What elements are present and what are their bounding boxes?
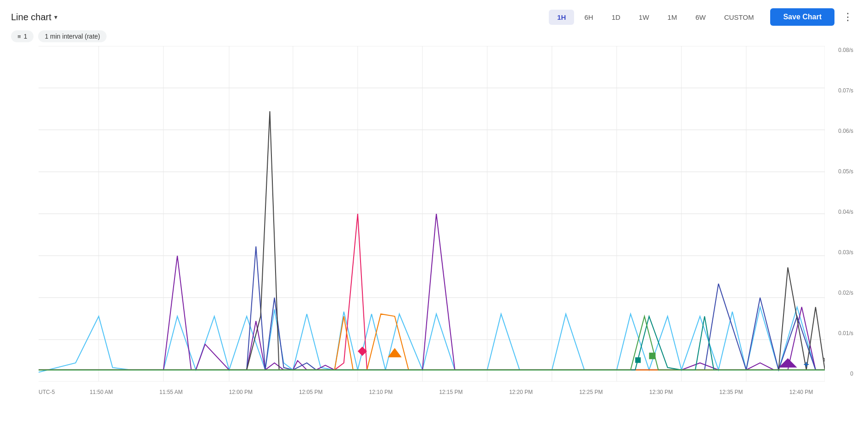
marker-x-gray: ✕ (822, 356, 825, 364)
time-btn-1m[interactable]: 1M (659, 10, 685, 25)
interval-badge[interactable]: 1 min interval (rate) (38, 30, 107, 42)
line-teal (39, 316, 825, 370)
y-label-5: 0.05/s (838, 168, 853, 175)
marker-square-teal (635, 357, 641, 363)
time-btn-6h[interactable]: 6H (576, 10, 601, 25)
x-label-1235: 12:35 PM (719, 389, 743, 395)
x-label-1220: 12:20 PM (509, 389, 533, 395)
chart-type-selector[interactable]: Line chart ▾ (11, 12, 57, 23)
chart-container: 0.08/s 0.07/s 0.06/s 0.05/s 0.04/s 0.03/… (11, 46, 857, 395)
chart-type-dropdown-arrow: ▾ (54, 13, 57, 21)
y-label-6: 0.06/s (838, 128, 853, 134)
chart-area: 0.08/s 0.07/s 0.06/s 0.05/s 0.04/s 0.03/… (11, 46, 857, 395)
y-axis-labels: 0.08/s 0.07/s 0.06/s 0.05/s 0.04/s 0.03/… (829, 46, 857, 377)
x-axis-labels: UTC-5 11:50 AM 11:55 AM 12:00 PM 12:05 P… (39, 382, 825, 395)
filter-icon: ≡ (17, 33, 21, 40)
y-label-0: 0 (850, 371, 853, 377)
time-btn-custom[interactable]: CUSTOM (716, 10, 762, 25)
save-chart-button[interactable]: Save Chart (770, 8, 834, 26)
y-label-3: 0.03/s (838, 249, 853, 256)
x-label-1215: 12:15 PM (439, 389, 462, 395)
time-btn-1d[interactable]: 1D (603, 10, 629, 25)
filter-count: 1 (24, 33, 28, 40)
x-label-1240: 12:40 PM (789, 389, 813, 395)
marker-plus-blue: + (804, 359, 809, 370)
time-btn-1h[interactable]: 1H (549, 10, 574, 25)
line-orange (39, 314, 825, 370)
x-label-1210: 12:10 PM (369, 389, 393, 395)
y-label-2: 0.02/s (838, 290, 853, 296)
x-label-utc: UTC-5 (39, 389, 55, 395)
y-label-7: 0.07/s (838, 87, 853, 94)
more-options-button[interactable]: ⋮ (839, 9, 857, 25)
subheader: ≡ 1 1 min interval (rate) (0, 30, 868, 46)
header: Line chart ▾ 1H 6H 1D 1W 1M 6W CUSTOM Sa… (0, 0, 868, 30)
x-label-1225: 12:25 PM (579, 389, 603, 395)
time-btn-6w[interactable]: 6W (687, 10, 714, 25)
marker-square-green (649, 353, 655, 359)
line-green (39, 316, 825, 370)
line-pink (39, 214, 825, 370)
time-btn-1w[interactable]: 1W (631, 10, 658, 25)
x-label-1200: 12:00 PM (229, 389, 253, 395)
x-label-1155: 11:55 AM (159, 389, 183, 395)
y-label-1: 0.01/s (838, 330, 853, 336)
filter-badge[interactable]: ≡ 1 (11, 30, 34, 42)
chart-svg: + ✕ (39, 46, 825, 382)
line-purple (39, 214, 825, 370)
time-range-group: 1H 6H 1D 1W 1M 6W CUSTOM (549, 10, 762, 25)
y-label-4: 0.04/s (838, 209, 853, 215)
chart-type-label: Line chart (11, 12, 51, 23)
y-label-8: 0.08/s (838, 47, 853, 53)
x-label-1230: 12:30 PM (649, 389, 673, 395)
x-label-1150: 11:50 AM (90, 389, 113, 395)
x-label-1205: 12:05 PM (299, 389, 322, 395)
